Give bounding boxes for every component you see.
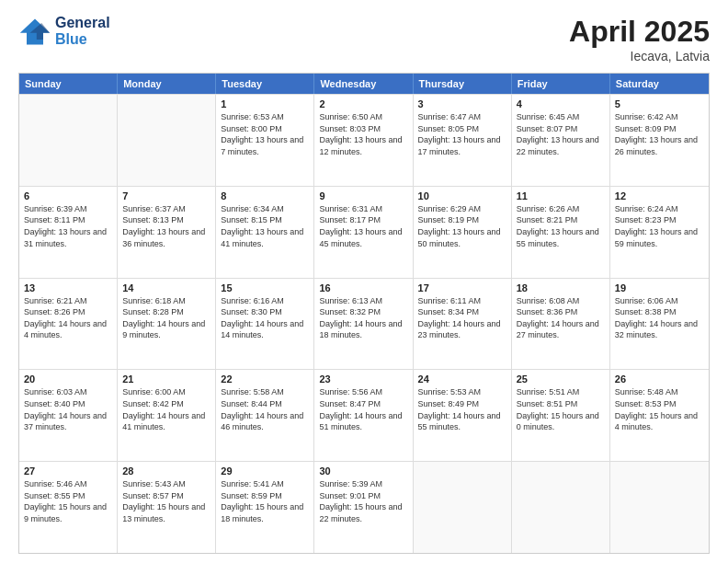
header: General Blue April 2025 Iecava, Latvia: [18, 15, 710, 63]
cal-cell-1: 1Sunrise: 6:53 AM Sunset: 8:00 PM Daylig…: [216, 95, 314, 186]
cal-cell-11: 11Sunrise: 6:26 AM Sunset: 8:21 PM Dayli…: [512, 187, 610, 278]
day-number: 16: [319, 282, 407, 293]
day-info: Sunrise: 6:13 AM Sunset: 8:32 PM Dayligh…: [319, 295, 407, 341]
cal-cell-21: 21Sunrise: 6:00 AM Sunset: 8:42 PM Dayli…: [118, 370, 216, 461]
day-number: 22: [221, 373, 309, 385]
calendar-header: SundayMondayTuesdayWednesdayThursdayFrid…: [19, 74, 709, 94]
day-info: Sunrise: 5:56 AM Sunset: 8:47 PM Dayligh…: [319, 386, 407, 432]
cal-header-cell-wednesday: Wednesday: [314, 74, 413, 94]
day-number: 21: [122, 373, 210, 385]
cal-cell-empty-4-4: [414, 462, 512, 553]
day-number: 10: [418, 190, 506, 201]
day-number: 14: [122, 282, 210, 293]
day-info: Sunrise: 5:41 AM Sunset: 8:59 PM Dayligh…: [221, 478, 309, 524]
day-info: Sunrise: 6:16 AM Sunset: 8:30 PM Dayligh…: [221, 295, 309, 341]
month-title: April 2025: [569, 15, 710, 49]
location: Iecava, Latvia: [569, 49, 710, 63]
day-info: Sunrise: 6:47 AM Sunset: 8:05 PM Dayligh…: [418, 111, 506, 157]
cal-row-3: 20Sunrise: 6:03 AM Sunset: 8:40 PM Dayli…: [19, 369, 709, 461]
cal-row-2: 13Sunrise: 6:21 AM Sunset: 8:26 PM Dayli…: [19, 278, 709, 370]
cal-header-cell-monday: Monday: [118, 74, 216, 94]
day-info: Sunrise: 5:43 AM Sunset: 8:57 PM Dayligh…: [122, 478, 210, 524]
day-number: 8: [221, 190, 309, 201]
day-info: Sunrise: 6:18 AM Sunset: 8:28 PM Dayligh…: [122, 295, 210, 341]
cal-header-cell-sunday: Sunday: [19, 74, 118, 94]
day-number: 26: [615, 373, 704, 385]
cal-cell-5: 5Sunrise: 6:42 AM Sunset: 8:09 PM Daylig…: [610, 95, 709, 186]
cal-cell-15: 15Sunrise: 6:16 AM Sunset: 8:30 PM Dayli…: [216, 279, 314, 370]
calendar: SundayMondayTuesdayWednesdayThursdayFrid…: [18, 73, 710, 554]
day-info: Sunrise: 6:42 AM Sunset: 8:09 PM Dayligh…: [615, 111, 704, 157]
day-number: 18: [517, 282, 605, 293]
cal-cell-empty-0-1: [118, 95, 216, 186]
cal-cell-17: 17Sunrise: 6:11 AM Sunset: 8:34 PM Dayli…: [414, 279, 512, 370]
cal-header-cell-tuesday: Tuesday: [216, 74, 314, 94]
day-info: Sunrise: 5:48 AM Sunset: 8:53 PM Dayligh…: [615, 386, 704, 432]
cal-cell-14: 14Sunrise: 6:18 AM Sunset: 8:28 PM Dayli…: [118, 279, 216, 370]
day-number: 2: [319, 98, 407, 109]
cal-cell-23: 23Sunrise: 5:56 AM Sunset: 8:47 PM Dayli…: [314, 370, 413, 461]
day-info: Sunrise: 5:58 AM Sunset: 8:44 PM Dayligh…: [221, 386, 309, 432]
day-info: Sunrise: 5:46 AM Sunset: 8:55 PM Dayligh…: [24, 478, 112, 524]
day-info: Sunrise: 6:29 AM Sunset: 8:19 PM Dayligh…: [418, 203, 506, 249]
cal-cell-22: 22Sunrise: 5:58 AM Sunset: 8:44 PM Dayli…: [216, 370, 314, 461]
cal-cell-12: 12Sunrise: 6:24 AM Sunset: 8:23 PM Dayli…: [610, 187, 709, 278]
cal-cell-6: 6Sunrise: 6:39 AM Sunset: 8:11 PM Daylig…: [19, 187, 118, 278]
day-number: 20: [24, 373, 112, 385]
cal-cell-20: 20Sunrise: 6:03 AM Sunset: 8:40 PM Dayli…: [19, 370, 118, 461]
day-info: Sunrise: 6:39 AM Sunset: 8:11 PM Dayligh…: [24, 203, 112, 249]
day-number: 15: [221, 282, 309, 293]
day-number: 27: [24, 465, 112, 477]
day-number: 6: [24, 190, 112, 201]
day-number: 25: [517, 373, 605, 385]
cal-cell-27: 27Sunrise: 5:46 AM Sunset: 8:55 PM Dayli…: [19, 462, 118, 553]
cal-cell-19: 19Sunrise: 6:06 AM Sunset: 8:38 PM Dayli…: [610, 279, 709, 370]
day-number: 4: [517, 98, 605, 109]
cal-cell-13: 13Sunrise: 6:21 AM Sunset: 8:26 PM Dayli…: [19, 279, 118, 370]
day-info: Sunrise: 6:37 AM Sunset: 8:13 PM Dayligh…: [122, 203, 210, 249]
day-number: 7: [122, 190, 210, 201]
cal-cell-25: 25Sunrise: 5:51 AM Sunset: 8:51 PM Dayli…: [512, 370, 610, 461]
day-info: Sunrise: 6:08 AM Sunset: 8:36 PM Dayligh…: [517, 295, 605, 341]
cal-header-cell-thursday: Thursday: [414, 74, 512, 94]
title-block: April 2025 Iecava, Latvia: [569, 15, 710, 63]
cal-cell-28: 28Sunrise: 5:43 AM Sunset: 8:57 PM Dayli…: [118, 462, 216, 553]
day-info: Sunrise: 5:39 AM Sunset: 9:01 PM Dayligh…: [319, 478, 407, 524]
day-info: Sunrise: 5:51 AM Sunset: 8:51 PM Dayligh…: [517, 386, 605, 432]
day-info: Sunrise: 6:03 AM Sunset: 8:40 PM Dayligh…: [24, 386, 112, 432]
cal-cell-4: 4Sunrise: 6:45 AM Sunset: 8:07 PM Daylig…: [512, 95, 610, 186]
day-info: Sunrise: 6:50 AM Sunset: 8:03 PM Dayligh…: [319, 111, 407, 157]
day-number: 3: [418, 98, 506, 109]
cal-cell-26: 26Sunrise: 5:48 AM Sunset: 8:53 PM Dayli…: [610, 370, 709, 461]
day-number: 30: [319, 465, 407, 477]
day-info: Sunrise: 6:00 AM Sunset: 8:42 PM Dayligh…: [122, 386, 210, 432]
cal-cell-3: 3Sunrise: 6:47 AM Sunset: 8:05 PM Daylig…: [414, 95, 512, 186]
cal-cell-empty-4-5: [512, 462, 610, 553]
calendar-body: 1Sunrise: 6:53 AM Sunset: 8:00 PM Daylig…: [19, 94, 709, 553]
day-info: Sunrise: 5:53 AM Sunset: 8:49 PM Dayligh…: [418, 386, 506, 432]
day-info: Sunrise: 6:24 AM Sunset: 8:23 PM Dayligh…: [615, 203, 704, 249]
cal-row-0: 1Sunrise: 6:53 AM Sunset: 8:00 PM Daylig…: [19, 94, 709, 186]
day-info: Sunrise: 6:06 AM Sunset: 8:38 PM Dayligh…: [615, 295, 704, 341]
day-number: 17: [418, 282, 506, 293]
cal-cell-30: 30Sunrise: 5:39 AM Sunset: 9:01 PM Dayli…: [314, 462, 413, 553]
day-info: Sunrise: 6:53 AM Sunset: 8:00 PM Dayligh…: [221, 111, 309, 157]
page: General Blue April 2025 Iecava, Latvia S…: [0, 0, 728, 563]
cal-cell-24: 24Sunrise: 5:53 AM Sunset: 8:49 PM Dayli…: [414, 370, 512, 461]
day-number: 28: [122, 465, 210, 477]
day-info: Sunrise: 6:31 AM Sunset: 8:17 PM Dayligh…: [319, 203, 407, 249]
day-info: Sunrise: 6:34 AM Sunset: 8:15 PM Dayligh…: [221, 203, 309, 249]
cal-header-cell-friday: Friday: [512, 74, 610, 94]
cal-cell-10: 10Sunrise: 6:29 AM Sunset: 8:19 PM Dayli…: [414, 187, 512, 278]
cal-header-cell-saturday: Saturday: [610, 74, 709, 94]
day-number: 19: [615, 282, 704, 293]
day-number: 5: [615, 98, 704, 109]
cal-cell-16: 16Sunrise: 6:13 AM Sunset: 8:32 PM Dayli…: [314, 279, 413, 370]
day-info: Sunrise: 6:45 AM Sunset: 8:07 PM Dayligh…: [517, 111, 605, 157]
day-number: 11: [517, 190, 605, 201]
day-info: Sunrise: 6:26 AM Sunset: 8:21 PM Dayligh…: [517, 203, 605, 249]
logo: General Blue: [18, 15, 110, 48]
cal-cell-empty-0-0: [19, 95, 118, 186]
logo-icon: [18, 15, 51, 48]
cal-cell-8: 8Sunrise: 6:34 AM Sunset: 8:15 PM Daylig…: [216, 187, 314, 278]
